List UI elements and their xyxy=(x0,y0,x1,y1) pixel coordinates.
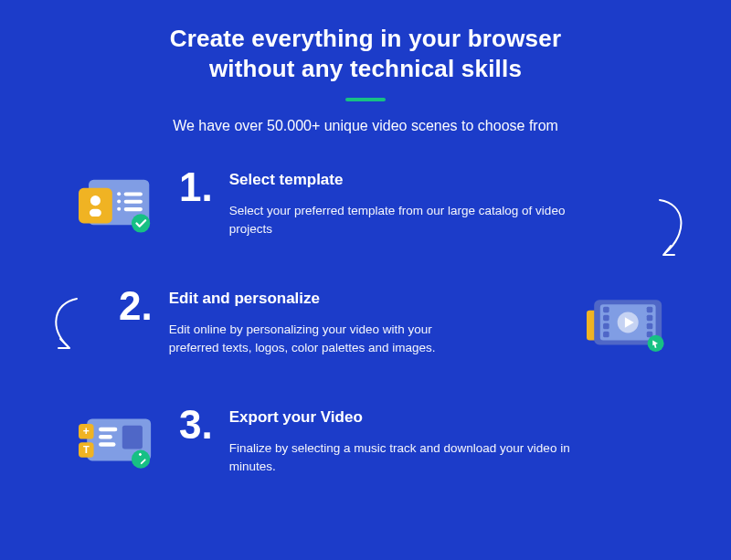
export-card-icon: + T xyxy=(79,408,163,481)
video-player-icon xyxy=(587,290,671,363)
step-1-desc: Select your preferred template from our … xyxy=(229,202,586,239)
svg-rect-31 xyxy=(99,442,115,447)
svg-rect-32 xyxy=(122,426,143,449)
step-1: 1. Select template Select your preferred… xyxy=(51,171,680,244)
arrow-right-icon xyxy=(651,196,691,266)
svg-text:T: T xyxy=(83,444,90,455)
step-number-2: 2. xyxy=(119,286,153,326)
svg-rect-30 xyxy=(99,435,112,439)
svg-rect-16 xyxy=(603,323,609,330)
step-2: 2. Edit and personalize Edit online by p… xyxy=(51,290,680,363)
svg-rect-15 xyxy=(603,315,609,322)
title-divider xyxy=(345,98,386,101)
svg-rect-9 xyxy=(124,207,143,211)
svg-point-2 xyxy=(90,195,101,206)
template-card-icon xyxy=(79,171,163,244)
svg-rect-20 xyxy=(647,323,653,330)
step-number-1: 1. xyxy=(179,167,213,207)
step-3-desc: Finalize by selecting a music track and … xyxy=(229,439,586,477)
svg-rect-3 xyxy=(90,209,101,217)
svg-rect-18 xyxy=(647,307,653,313)
svg-point-10 xyxy=(132,214,150,232)
svg-rect-5 xyxy=(124,192,143,195)
step-3-title: Export your Video xyxy=(229,408,680,427)
svg-rect-29 xyxy=(99,428,117,432)
svg-point-33 xyxy=(132,450,150,469)
step-1-title: Select template xyxy=(229,171,680,189)
step-3: + T 3. Export your Video Finalize by sel… xyxy=(51,408,680,481)
svg-point-4 xyxy=(117,192,121,195)
page-subtitle: We have over 50.000+ unique video scenes… xyxy=(37,118,694,134)
step-2-title: Edit and personalize xyxy=(169,290,480,308)
svg-rect-1 xyxy=(79,188,112,224)
svg-point-8 xyxy=(117,207,121,211)
page-title: Create everything in your browser withou… xyxy=(37,24,694,83)
svg-rect-17 xyxy=(603,332,609,338)
svg-rect-14 xyxy=(603,307,609,313)
svg-rect-7 xyxy=(124,200,143,204)
svg-point-6 xyxy=(117,200,121,204)
step-number-3: 3. xyxy=(179,405,213,445)
svg-text:+: + xyxy=(83,425,90,438)
arrow-left-icon xyxy=(48,295,84,359)
svg-rect-19 xyxy=(647,315,653,322)
step-2-desc: Edit online by personalizing your video … xyxy=(169,321,480,358)
